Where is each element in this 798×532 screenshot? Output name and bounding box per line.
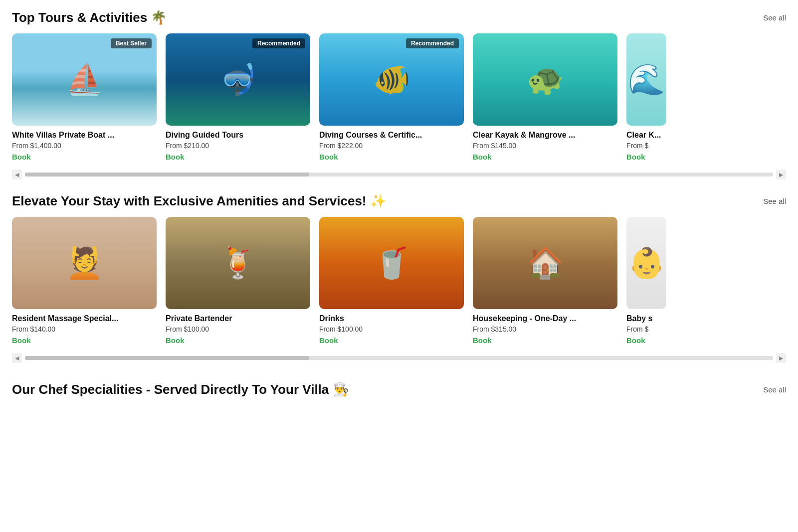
book-button[interactable]: Book xyxy=(473,153,492,161)
book-button[interactable]: Book xyxy=(473,336,492,345)
card-title: Private Bartender xyxy=(166,314,310,323)
amenities-scrollbar-thumb xyxy=(25,356,309,360)
best-seller-badge: Best Seller xyxy=(111,38,152,48)
scroll-left-button[interactable]: ◀ xyxy=(12,170,22,179)
tours-scrollbar: ◀ ▶ xyxy=(12,170,786,179)
card-image: Recommended xyxy=(319,33,464,126)
card-title: Resident Massage Special... xyxy=(12,314,157,323)
card-title: White Villas Private Boat ... xyxy=(12,131,157,140)
book-button[interactable]: Book xyxy=(626,153,645,161)
book-button[interactable]: Book xyxy=(12,336,31,345)
amenities-section-title: Elevate Your Stay with Exclusive Ameniti… xyxy=(12,193,386,209)
amenities-scrollbar: ◀ ▶ xyxy=(12,353,786,363)
tours-section-title: Top Tours & Activities 🌴 xyxy=(12,10,167,25)
amenities-section: Elevate Your Stay with Exclusive Ameniti… xyxy=(12,193,786,363)
card-image xyxy=(319,217,464,309)
amenities-section-header: Elevate Your Stay with Exclusive Ameniti… xyxy=(12,193,786,209)
card-title: Clear K... xyxy=(626,131,666,140)
card-price: From $140.00 xyxy=(12,325,157,333)
scroll-right-button[interactable]: ▶ xyxy=(776,170,786,179)
card-title: Baby s xyxy=(626,314,666,323)
card-price: From $210.00 xyxy=(166,142,310,150)
chef-title-emoji: 👨‍🍳 xyxy=(333,382,349,397)
card-price: From $100.00 xyxy=(319,325,464,333)
list-item: Recommended Diving Guided Tours From $21… xyxy=(166,33,310,162)
amenities-cards-wrapper: Resident Massage Special... From $140.00… xyxy=(12,217,786,363)
book-button[interactable]: Book xyxy=(12,153,31,161)
card-image xyxy=(473,33,617,126)
book-button[interactable]: Book xyxy=(166,336,185,345)
tours-cards-wrapper: Best Seller White Villas Private Boat ..… xyxy=(12,33,786,179)
tours-title-emoji: 🌴 xyxy=(151,10,167,25)
card-title: Clear Kayak & Mangrove ... xyxy=(473,131,617,140)
card-title: Drinks xyxy=(319,314,464,323)
scrollbar-thumb xyxy=(25,173,309,177)
card-image xyxy=(12,217,157,309)
card-price: From $ xyxy=(626,325,666,333)
card-title: Housekeeping - One-Day ... xyxy=(473,314,617,323)
tours-section: Top Tours & Activities 🌴 See all Best Se… xyxy=(12,10,786,179)
list-item: Recommended Diving Courses & Certific...… xyxy=(319,33,464,162)
list-item: Resident Massage Special... From $140.00… xyxy=(12,217,157,345)
card-image xyxy=(166,217,310,309)
card-price: From $ xyxy=(626,142,666,150)
list-item: Drinks From $100.00 Book xyxy=(319,217,464,345)
book-button[interactable]: Book xyxy=(166,153,185,161)
list-item: Housekeeping - One-Day ... From $315.00 … xyxy=(473,217,617,345)
recommended-badge: Recommended xyxy=(406,38,459,48)
amenities-scroll-right-button[interactable]: ▶ xyxy=(776,353,786,363)
tours-see-all[interactable]: See all xyxy=(763,13,786,22)
scrollbar-track xyxy=(25,173,773,177)
card-image xyxy=(626,33,666,126)
amenities-cards-scroll: Resident Massage Special... From $140.00… xyxy=(12,217,786,347)
chef-section-title: Our Chef Specialities - Served Directly … xyxy=(12,382,349,397)
card-image xyxy=(473,217,617,309)
card-price: From $1,400.00 xyxy=(12,142,157,150)
chef-section: Our Chef Specialities - Served Directly … xyxy=(12,377,786,397)
tours-section-header: Top Tours & Activities 🌴 See all xyxy=(12,10,786,25)
amenities-scrollbar-track xyxy=(25,356,773,360)
list-item: Private Bartender From $100.00 Book xyxy=(166,217,310,345)
card-price: From $315.00 xyxy=(473,325,617,333)
list-item: Baby s From $ Book xyxy=(626,217,666,345)
book-button[interactable]: Book xyxy=(626,336,645,345)
recommended-badge: Recommended xyxy=(252,38,305,48)
list-item: Clear Kayak & Mangrove ... From $145.00 … xyxy=(473,33,617,162)
card-price: From $222.00 xyxy=(319,142,464,150)
amenities-see-all[interactable]: See all xyxy=(763,197,786,205)
amenities-scroll-left-button[interactable]: ◀ xyxy=(12,353,22,363)
amenities-title-emoji: ✨ xyxy=(370,193,386,208)
book-button[interactable]: Book xyxy=(319,336,338,345)
card-price: From $100.00 xyxy=(166,325,310,333)
list-item: Clear K... From $ Book xyxy=(626,33,666,162)
card-title: Diving Courses & Certific... xyxy=(319,131,464,140)
chef-see-all[interactable]: See all xyxy=(763,385,786,394)
card-price: From $145.00 xyxy=(473,142,617,150)
list-item: Best Seller White Villas Private Boat ..… xyxy=(12,33,157,162)
card-image: Best Seller xyxy=(12,33,157,126)
book-button[interactable]: Book xyxy=(319,153,338,161)
card-title: Diving Guided Tours xyxy=(166,131,310,140)
card-image: Recommended xyxy=(166,33,310,126)
tours-cards-scroll: Best Seller White Villas Private Boat ..… xyxy=(12,33,786,164)
card-image xyxy=(626,217,666,309)
